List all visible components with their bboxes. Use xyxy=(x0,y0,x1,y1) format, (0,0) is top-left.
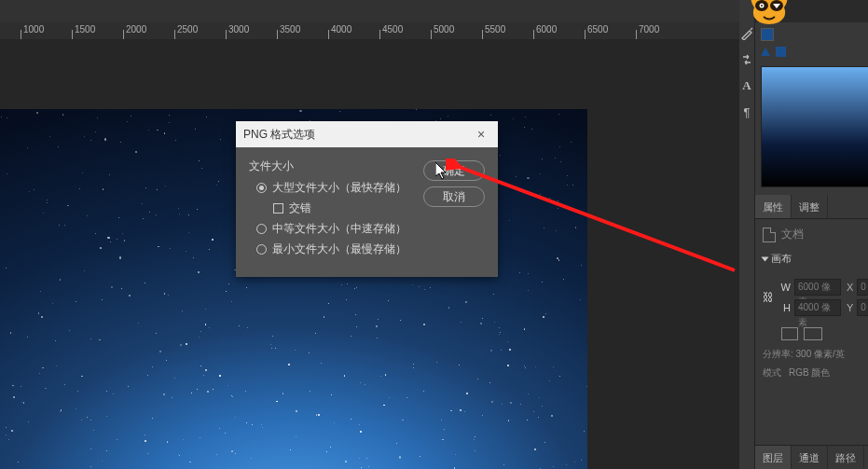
document-icon xyxy=(763,228,776,242)
radio-icon xyxy=(256,244,267,255)
horizontal-ruler: 1000150020002500300035004000450050005500… xyxy=(0,22,739,39)
ruler-tick: 3500 xyxy=(277,30,300,39)
option-medium[interactable]: 中等文件大小（中速存储） xyxy=(256,221,416,237)
tab-layers[interactable]: 图层 xyxy=(755,446,792,469)
canvas-disclosure[interactable]: 画布 xyxy=(763,252,868,266)
type-icon[interactable]: A xyxy=(739,78,754,93)
tab-channels[interactable]: 通道 xyxy=(792,446,828,469)
option-large[interactable]: 大型文件大小（最快存储） xyxy=(256,180,416,196)
width-field[interactable]: 6000 像素 xyxy=(794,279,841,296)
ok-button[interactable]: 确定 xyxy=(423,160,485,181)
ruler-tick: 1500 xyxy=(72,30,95,39)
x-field[interactable]: 0 xyxy=(857,279,868,296)
ruler-tick: 2500 xyxy=(174,30,198,39)
color-picker-gradient[interactable] xyxy=(761,66,868,187)
height-field[interactable]: 4000 像素 xyxy=(794,299,841,316)
tab-properties[interactable]: 属性 xyxy=(755,195,792,218)
ruler-tick: 4000 xyxy=(328,30,351,39)
panel-icon-strip: A ¶ xyxy=(739,0,755,469)
right-panel: A ¶ 板 ≡ 属性 调整 文档 画布 xyxy=(739,0,868,469)
document-label: 文档 xyxy=(781,227,804,242)
properties-body: 文档 画布 ⛓ W 6000 像素 X 0 H 4000 像素 xyxy=(755,219,868,445)
tab-adjustments[interactable]: 调整 xyxy=(792,195,828,218)
properties-tabgroup: 属性 调整 xyxy=(755,195,868,219)
landscape-icon[interactable] xyxy=(804,327,822,340)
ruler-tick: 3000 xyxy=(226,30,249,39)
ruler-tick: 1000 xyxy=(21,30,44,39)
layers-tabgroup: 图层 通道 路径 xyxy=(755,445,868,469)
file-size-label: 文件大小 xyxy=(249,159,416,174)
dialog-title-text: PNG 格式选项 xyxy=(243,127,315,143)
checkbox-icon xyxy=(273,203,283,214)
cancel-button[interactable]: 取消 xyxy=(423,186,485,207)
radio-icon xyxy=(256,183,267,193)
option-small[interactable]: 最小文件大小（最慢存储） xyxy=(256,241,416,257)
radio-icon xyxy=(256,224,267,234)
ruler-tick: 6500 xyxy=(585,30,608,39)
color-mode-value[interactable]: RGB 颜色 xyxy=(789,366,830,379)
tab-paths[interactable]: 路径 xyxy=(828,446,864,469)
ruler-tick: 7000 xyxy=(636,30,659,39)
portrait-icon[interactable] xyxy=(781,327,798,340)
dialog-titlebar[interactable]: PNG 格式选项 × xyxy=(236,121,498,147)
ruler-tick: 5500 xyxy=(482,30,505,39)
shape-row xyxy=(755,47,868,62)
resolution-text: 分辨率: 300 像素/英 xyxy=(763,348,868,361)
y-field[interactable]: 0 xyxy=(857,299,868,316)
close-icon[interactable]: × xyxy=(472,127,490,142)
ruler-tick: 2000 xyxy=(123,30,146,39)
swap-icon[interactable] xyxy=(739,52,754,67)
triangle-icon[interactable] xyxy=(761,48,770,56)
mascot-overlay-icon xyxy=(743,0,795,32)
svg-point-4 xyxy=(761,5,763,7)
ruler-tick: 4500 xyxy=(379,30,403,39)
chevron-down-icon xyxy=(762,256,769,261)
link-icon[interactable]: ⛓ xyxy=(763,291,774,304)
ruler-tick: 6000 xyxy=(533,30,557,39)
png-options-dialog: PNG 格式选项 × 文件大小 大型文件大小（最快存储） 交错 中等文件大小（中… xyxy=(236,121,498,277)
square-icon[interactable] xyxy=(776,47,786,57)
ruler-tick: 5000 xyxy=(431,30,454,39)
paragraph-icon[interactable]: ¶ xyxy=(739,104,754,119)
option-interlace[interactable]: 交错 xyxy=(273,200,416,216)
